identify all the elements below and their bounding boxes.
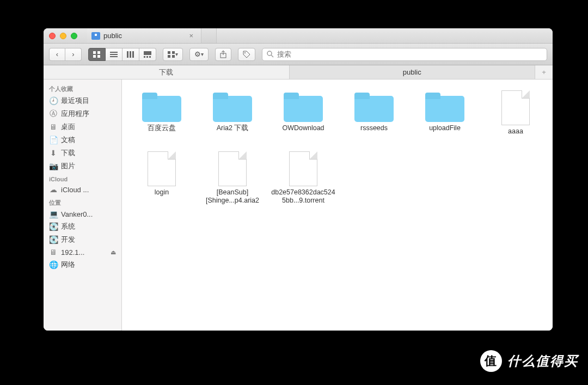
sidebar-item[interactable]: ☁iCloud ... [44,184,121,195]
action-group: ⚙ ▾ [189,48,209,61]
svg-rect-5 [110,54,118,55]
arrange-button[interactable]: ▾ [163,48,183,61]
sidebar-item-label: 最近项目 [61,96,89,106]
close-button[interactable] [49,33,56,39]
search-field[interactable] [262,48,547,61]
sidebar-item-label: 系统 [61,222,75,231]
crumb-label: public [403,68,421,76]
arrange-group: ▾ [163,48,183,61]
tab-title: public [103,32,122,40]
gallery-icon [144,51,151,58]
sidebar-item[interactable]: 🌐网络 [44,258,121,271]
path-crumb[interactable]: 下载 [44,65,290,79]
new-tab-hint[interactable] [201,28,217,43]
file-item[interactable]: aaaa [480,86,551,139]
file-item[interactable]: db2e57e8362dac5245bb...9.torrent [268,147,339,209]
chevron-right-icon: › [72,50,74,58]
minimize-button[interactable] [60,33,66,39]
folder-icon [284,93,323,122]
doc-icon: 📄 [49,136,58,144]
eject-icon[interactable]: ⏏ [111,249,116,256]
content-area[interactable]: 百度云盘Aria2 下载OWDownloadrssseedsuploadFile… [122,80,553,331]
view-icons-button[interactable] [88,48,106,61]
file-icon [218,151,247,186]
window-body: 个人收藏🕘最近项目Ⓐ应用程序🖥桌面📄文稿⬇下载📷图片iCloud☁iCloud … [44,80,553,331]
file-item[interactable]: login [126,147,197,209]
svg-rect-8 [130,51,131,58]
sidebar-section-title: iCloud [44,173,121,184]
clock-icon: 🕘 [49,96,58,105]
sidebar-item[interactable]: 💽系统 [44,220,121,233]
search-input[interactable] [277,50,542,58]
svg-rect-10 [144,51,151,55]
nav-buttons: ‹ › [49,48,82,61]
folder-item[interactable]: rssseeds [339,86,409,139]
icon-grid: 百度云盘Aria2 下载OWDownloadrssseedsuploadFile… [126,86,553,216]
download-icon: ⬇ [49,149,58,157]
close-tab-button[interactable]: × [187,32,195,40]
view-list-button[interactable] [106,48,122,61]
svg-rect-6 [110,56,118,57]
network-share-icon [91,32,100,40]
tags-button[interactable] [238,48,255,61]
gear-icon: ⚙ [194,50,201,58]
arrange-icon [168,51,175,58]
sidebar-item-label: 网络 [61,260,75,270]
file-icon [148,151,176,186]
path-crumb[interactable]: public [290,65,536,79]
apps-icon: Ⓐ [49,109,58,119]
item-name: OWDownload [282,124,324,133]
folder-item[interactable]: uploadFile [409,86,480,139]
laptop-icon: 💻 [49,210,58,218]
svg-rect-0 [93,51,96,54]
cloud-icon: ☁ [49,185,58,194]
sidebar-item-label: 192.1... [61,248,84,256]
sidebar-item[interactable]: 🖥192.1...⏏ [44,246,121,258]
share-icon [220,51,226,58]
item-name: uploadFile [429,124,461,133]
sidebar-item[interactable]: Ⓐ应用程序 [44,107,121,120]
folder-item[interactable]: Aria2 下载 [197,86,268,139]
sidebar-item[interactable]: 🖥桌面 [44,120,121,133]
sidebar-item[interactable]: 🕘最近项目 [44,94,121,107]
toolbar: ‹ › ▾ [44,44,553,65]
sidebar-item[interactable]: ⬇下载 [44,146,121,160]
sidebar[interactable]: 个人收藏🕘最近项目Ⓐ应用程序🖥桌面📄文稿⬇下载📷图片iCloud☁iCloud … [44,80,122,331]
svg-rect-7 [127,51,128,58]
svg-rect-17 [172,55,175,58]
view-gallery-button[interactable] [139,48,156,61]
view-columns-button[interactable] [122,48,139,61]
folder-item[interactable]: 百度云盘 [126,86,197,139]
window-tab[interactable]: public × [87,28,201,43]
file-item[interactable]: [BeanSub][Shinge...p4.aria2 [197,147,268,209]
folder-item[interactable]: OWDownload [268,86,339,139]
file-icon [501,90,530,125]
item-name: rssseeds [360,124,388,133]
sidebar-item-label: 文稿 [61,135,75,145]
maximize-button[interactable] [71,33,77,39]
plus-icon: + [542,68,546,76]
chevron-down-icon: ▾ [175,51,178,57]
watermark: 值 什么值得买 [480,350,578,372]
forward-button[interactable]: › [65,48,82,61]
sidebar-item-label: 应用程序 [61,109,89,119]
svg-rect-9 [132,51,134,58]
sidebar-item-label: 桌面 [61,122,75,132]
sidebar-item[interactable]: 💽开发 [44,233,121,246]
sidebar-item[interactable]: 📄文稿 [44,133,121,146]
svg-rect-15 [172,51,175,54]
svg-rect-3 [97,55,100,58]
columns-icon [127,51,134,58]
back-button[interactable]: ‹ [49,48,65,61]
action-button[interactable]: ⚙ ▾ [189,48,209,61]
sidebar-item[interactable]: 📷图片 [44,160,121,173]
svg-rect-12 [146,56,148,58]
folder-icon [142,93,181,122]
svg-rect-13 [149,56,151,58]
tag-icon [243,51,250,58]
sidebar-item-label: 开发 [61,235,75,245]
add-tab-button[interactable]: + [535,65,553,79]
item-name: Aria2 下载 [217,124,249,133]
share-button[interactable] [215,48,231,61]
sidebar-item[interactable]: 💻Vanker0... [44,208,121,220]
